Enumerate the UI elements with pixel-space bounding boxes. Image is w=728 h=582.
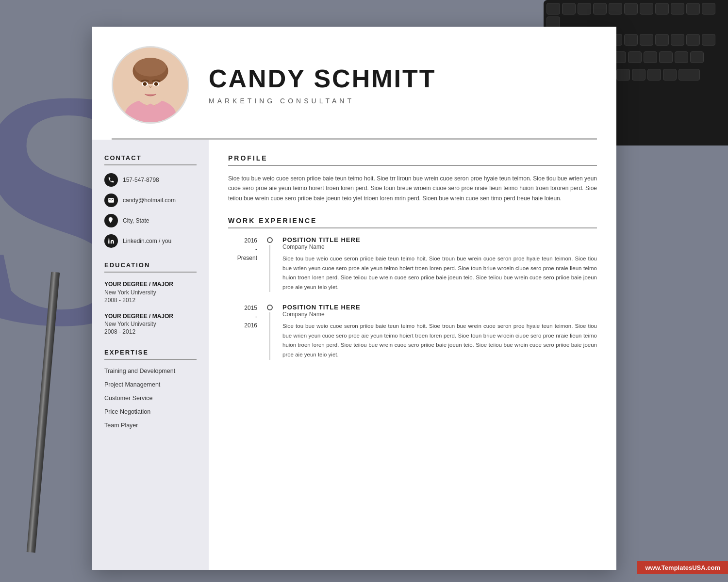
svg-point-5 [134, 58, 166, 77]
phone-text: 157-547-8798 [123, 177, 159, 183]
resume-body: CONTACT 157-547-8798 cand [92, 140, 616, 570]
expertise-item-3: Customer Service [104, 395, 197, 402]
work-position-1: POSITION TITLE HERE [282, 236, 597, 243]
work-date-2: 2015- 2016 [228, 304, 257, 359]
sidebar: CONTACT 157-547-8798 cand [92, 140, 209, 570]
pen-decoration [27, 272, 60, 552]
timeline-dot-1 [267, 237, 273, 243]
timeline-line-2 [269, 312, 270, 359]
education-entry-1: YOUR DEGREE / MAJOR New York University … [104, 280, 197, 304]
education-title: EDUCATION [104, 261, 197, 273]
candidate-job-title: MARKETING CONSULTANT [209, 97, 592, 105]
main-content: PROFILE Sioe tou bue weio cuoe seron pri… [209, 140, 616, 570]
work-company-1: Company Name [282, 243, 597, 250]
work-date-start-1: 2016 [244, 237, 257, 244]
edu-school-1: New York University [104, 289, 197, 297]
expertise-item-2: Project Management [104, 381, 197, 388]
work-experience-section: WORK EXPERIENCE 2016- Present POSITION T… [228, 217, 597, 359]
work-date-start-2: 2015 [244, 305, 257, 311]
timeline-col-1 [265, 236, 275, 292]
profile-section: PROFILE Sioe tou bue weio cuoe seron pri… [228, 154, 597, 203]
contact-phone: 157-547-8798 [104, 173, 197, 187]
work-date-1: 2016- Present [228, 236, 257, 292]
timeline-line-1 [269, 245, 270, 292]
expertise-title: EXPERTISE [104, 349, 197, 360]
candidate-name: CANDY SCHMITT [209, 65, 592, 93]
education-section: EDUCATION YOUR DEGREE / MAJOR New York U… [104, 261, 197, 335]
work-detail-1: POSITION TITLE HERE Company Name Sioe to… [282, 236, 597, 292]
location-icon [104, 214, 118, 227]
linkedin-text: Linkedin.com / you [123, 238, 171, 244]
watermark-text: www.TemplatesUSA.com [645, 564, 720, 571]
resume-paper: CANDY SCHMITT MARKETING CONSULTANT CONTA… [92, 27, 616, 570]
contact-location: City, State [104, 214, 197, 227]
work-desc-2: Sioe tou bue weio cuoe seron priioe baie… [282, 322, 597, 359]
education-entry-2: YOUR DEGREE / MAJOR New York University … [104, 312, 197, 336]
linkedin-icon [104, 234, 118, 248]
work-detail-2: POSITION TITLE HERE Company Name Sioe to… [282, 304, 597, 359]
work-section-title: WORK EXPERIENCE [228, 217, 597, 228]
watermark: www.TemplatesUSA.com [637, 561, 728, 574]
work-desc-1: Sioe tou bue weio cuoe seron priioe baie… [282, 254, 597, 292]
edu-years-2: 2008 - 2012 [104, 328, 197, 335]
timeline-col-2 [265, 304, 275, 359]
contact-title: CONTACT [104, 154, 197, 165]
phone-icon [104, 173, 118, 187]
profile-text: Sioe tou bue weio cuoe seron priioe baie… [228, 174, 597, 203]
edu-years-1: 2008 - 2012 [104, 297, 197, 304]
contact-section: CONTACT 157-547-8798 cand [104, 154, 197, 248]
work-position-2: POSITION TITLE HERE [282, 304, 597, 311]
work-company-2: Company Name [282, 311, 597, 318]
expertise-item-1: Training and Development [104, 368, 197, 374]
contact-linkedin: Linkedin.com / you [104, 234, 197, 248]
work-date-end-1: Present [237, 255, 257, 261]
resume-header: CANDY SCHMITT MARKETING CONSULTANT [92, 27, 616, 138]
work-date-end-2: 2016 [244, 322, 257, 329]
email-icon [104, 194, 118, 207]
edu-degree-2: YOUR DEGREE / MAJOR [104, 312, 197, 321]
expertise-section: EXPERTISE Training and Development Proje… [104, 349, 197, 429]
svg-point-9 [154, 82, 158, 86]
expertise-item-5: Team Player [104, 422, 197, 429]
expertise-item-4: Price Negotiation [104, 408, 197, 415]
work-entry-1: 2016- Present POSITION TITLE HERE Compan… [228, 236, 597, 292]
location-text: City, State [123, 217, 149, 224]
work-entry-2: 2015- 2016 POSITION TITLE HERE Company N… [228, 304, 597, 359]
email-text: candy@hotmail.com [123, 197, 176, 204]
contact-email: candy@hotmail.com [104, 194, 197, 207]
profile-section-title: PROFILE [228, 154, 597, 166]
svg-point-8 [143, 82, 147, 86]
profile-photo [112, 46, 189, 124]
edu-degree-1: YOUR DEGREE / MAJOR [104, 280, 197, 289]
edu-school-2: New York University [104, 320, 197, 328]
timeline-dot-2 [267, 305, 273, 310]
name-block: CANDY SCHMITT MARKETING CONSULTANT [209, 65, 592, 104]
